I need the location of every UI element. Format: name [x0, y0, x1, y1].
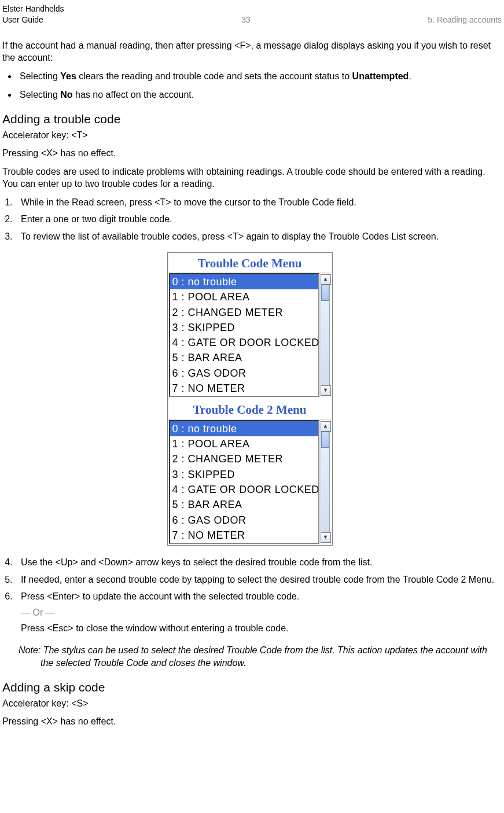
- chapter-title: 5. Reading accounts: [428, 14, 502, 25]
- section-heading-trouble-code: Adding a trouble code: [2, 111, 497, 127]
- scroll-thumb[interactable]: [321, 432, 329, 448]
- scroll-thumb[interactable]: [321, 285, 329, 301]
- menu2-body: 0 : no trouble 1 : POOL AREA 2 : CHANGED…: [169, 420, 331, 544]
- accelerator-line: Accelerator key: <T>: [2, 129, 497, 142]
- text: .: [409, 71, 411, 81]
- list-item[interactable]: 3 : SKIPPED: [170, 320, 318, 335]
- step-2: Enter a one or two digit trouble code.: [15, 213, 497, 226]
- step-6: Press <Enter> to update the account with…: [15, 590, 497, 635]
- scroll-up-icon[interactable]: ▲: [321, 274, 331, 285]
- list-item[interactable]: 1 : POOL AREA: [170, 436, 318, 451]
- no-label: No: [60, 90, 72, 100]
- page-number: 33: [241, 14, 251, 25]
- list-item[interactable]: 5 : BAR AREA: [170, 497, 318, 512]
- list-item[interactable]: 7 : NO METER: [170, 528, 318, 543]
- list-item[interactable]: 3 : SKIPPED: [170, 467, 318, 482]
- scroll-down-icon[interactable]: ▼: [321, 532, 331, 543]
- text: has no affect on the account.: [73, 90, 194, 100]
- intro-paragraph: If the account had a manual reading, the…: [2, 39, 497, 64]
- list-item[interactable]: 1 : POOL AREA: [170, 289, 318, 304]
- doc-title-line2: User Guide: [2, 14, 64, 25]
- list-item[interactable]: 0 : no trouble: [170, 421, 318, 436]
- stylus-note: Note: The stylus can be used to select t…: [19, 644, 497, 669]
- noeffect-line-skip: Pressing <X> has no effect.: [2, 715, 497, 728]
- list-item[interactable]: 2 : CHANGED METER: [170, 451, 318, 466]
- list-item[interactable]: 6 : GAS ODOR: [170, 513, 318, 528]
- scrollbar-2[interactable]: ▲ ▼: [321, 421, 330, 543]
- option-no: Selecting No has no affect on the accoun…: [17, 89, 497, 101]
- step-6-text: Press <Enter> to update the account with…: [21, 591, 299, 601]
- step-5: If needed, enter a second trouble code b…: [15, 573, 497, 586]
- menu1-body: 0 : no trouble 1 : POOL AREA 2 : CHANGED…: [169, 273, 331, 397]
- reset-options-list: Selecting Yes clears the reading and tro…: [17, 70, 497, 101]
- or-separator: — Or —: [21, 606, 497, 619]
- menu-title-1: Trouble Code Menu: [169, 254, 331, 273]
- text: Selecting: [20, 71, 60, 81]
- accelerator-line-skip: Accelerator key: <S>: [2, 697, 497, 710]
- step-1: While in the Read screen, press <T> to m…: [15, 196, 497, 209]
- scroll-track[interactable]: [321, 432, 330, 532]
- list-item[interactable]: 5 : BAR AREA: [170, 350, 318, 365]
- list-item[interactable]: 2 : CHANGED METER: [170, 305, 318, 320]
- option-yes: Selecting Yes clears the reading and tro…: [17, 70, 497, 83]
- unattempted-label: Unattempted: [352, 71, 409, 81]
- scroll-down-icon[interactable]: ▼: [321, 385, 331, 396]
- list-item[interactable]: 7 : NO METER: [170, 381, 318, 396]
- list-item[interactable]: 0 : no trouble: [170, 274, 318, 289]
- page-body: If the account had a manual reading, the…: [0, 28, 499, 740]
- text: clears the reading and trouble code and …: [76, 71, 352, 81]
- header-left: Elster Handhelds User Guide: [2, 3, 64, 25]
- list-item[interactable]: 6 : GAS ODOR: [170, 366, 318, 381]
- trouble-steps-list: While in the Read screen, press <T> to m…: [15, 196, 497, 243]
- yes-label: Yes: [60, 71, 76, 81]
- step-4: Use the <Up> and <Down> arrow keys to se…: [15, 556, 497, 569]
- list-item[interactable]: 4 : GATE OR DOOR LOCKED: [170, 335, 318, 350]
- scroll-track[interactable]: [321, 285, 330, 385]
- page-header: Elster Handhelds User Guide 33 5. Readin…: [0, 0, 504, 28]
- list-item[interactable]: 4 : GATE OR DOOR LOCKED: [170, 482, 318, 497]
- doc-title-line1: Elster Handhelds: [2, 3, 64, 14]
- scrollbar-1[interactable]: ▲ ▼: [321, 274, 330, 396]
- noeffect-line: Pressing <X> has no effect.: [2, 147, 497, 160]
- step-3: To review the list of available trouble …: [15, 230, 497, 243]
- trouble-steps-list-cont: Use the <Up> and <Down> arrow keys to se…: [15, 556, 497, 635]
- trouble-code-listbox-1[interactable]: 0 : no trouble 1 : POOL AREA 2 : CHANGED…: [169, 273, 319, 397]
- step-6-alt: Press <Esc> to close the window without …: [21, 622, 497, 635]
- trouble-code-menu-window: Trouble Code Menu 0 : no trouble 1 : POO…: [167, 252, 333, 546]
- trouble-code-paragraph: Trouble codes are used to indicate probl…: [2, 165, 497, 190]
- section-heading-skip-code: Adding a skip code: [2, 679, 497, 696]
- text: Selecting: [20, 90, 60, 100]
- trouble-code-listbox-2[interactable]: 0 : no trouble 1 : POOL AREA 2 : CHANGED…: [169, 420, 319, 544]
- menu-title-2: Trouble Code 2 Menu: [169, 400, 331, 420]
- scroll-up-icon[interactable]: ▲: [321, 421, 331, 432]
